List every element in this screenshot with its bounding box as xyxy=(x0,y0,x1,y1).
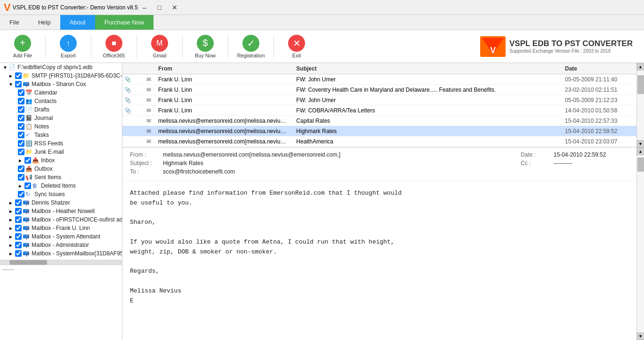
check-sent[interactable] xyxy=(18,174,24,181)
preview-scroll-thumb[interactable] xyxy=(637,158,644,172)
tree-item-deleted[interactable]: ► 🗑 Deleted Items xyxy=(0,182,122,190)
tree-item-sysmailbox[interactable]: ► 📪 Mailbox - SystemMailbox{31D8AF95... xyxy=(0,249,122,258)
tree-item-root[interactable]: ▼ 📄 F:\edbfile\Copy of sbpriv1.edb xyxy=(0,63,122,71)
scroll-track[interactable] xyxy=(637,71,644,140)
email-row[interactable]: 📎 ✉ Frank U. Linn FW: John Umer 05-05-20… xyxy=(122,95,636,105)
email-row[interactable]: 📎 ✉ Frank U. Linn FW: Coventry Health Ca… xyxy=(122,85,636,95)
preview-scrollbar[interactable]: ▲ ▼ xyxy=(636,148,644,340)
tree-item-frank-linn[interactable]: ► 📪 Mailbox - Frank U. Linn xyxy=(0,224,122,232)
buy-now-button[interactable]: $ Buy Now xyxy=(186,32,224,61)
tree-item-notes[interactable]: 📋 Notes xyxy=(0,122,122,131)
check-drafts[interactable] xyxy=(18,106,24,113)
exit-button[interactable]: ✕ Exit xyxy=(278,32,315,61)
email-row[interactable]: ✉ melissa.nevius@emersonreid.com[melissa… xyxy=(122,126,636,136)
check-sysmailbox[interactable] xyxy=(15,250,22,257)
scroll-down-btn[interactable]: ▼ xyxy=(637,140,644,148)
preview-scroll-track[interactable] xyxy=(637,155,644,332)
expand-icon-firstchoice[interactable]: ► xyxy=(8,216,14,223)
expand-icon-inbox[interactable]: ► xyxy=(17,157,24,164)
expand-icon-frank-linn[interactable]: ► xyxy=(8,225,14,231)
email-row[interactable]: 📎 ✉ Frank U. Linn FW: COBRA/ARRA/Tea Let… xyxy=(122,105,636,116)
check-sharon[interactable] xyxy=(15,81,22,87)
subject-cell: Capital Rates xyxy=(292,118,561,124)
tree-item-sent[interactable]: 📢 Sent Items xyxy=(0,173,122,182)
check-frank-linn[interactable] xyxy=(15,225,22,231)
tree-item-sync[interactable]: ↻ Sync Issues xyxy=(0,190,122,198)
office365-button[interactable]: ■ Office365 xyxy=(95,32,133,61)
attach-cell: 📎 xyxy=(122,87,132,93)
expand-icon-sysatt[interactable]: ► xyxy=(8,233,14,240)
preview-scroll-down[interactable]: ▼ xyxy=(637,332,644,340)
check-notes[interactable] xyxy=(18,123,24,130)
tree-item-junk[interactable]: 📁 Junk E-mail xyxy=(0,148,122,156)
export-button[interactable]: ↑ Export xyxy=(49,32,87,61)
tree-item-rss[interactable]: 🔢 RSS Feeds xyxy=(0,139,122,148)
menu-purchase[interactable]: Purchase Now xyxy=(95,15,154,30)
check-admin[interactable] xyxy=(15,242,22,248)
minimize-button[interactable]: – xyxy=(138,3,151,12)
tree-item-firstchoice[interactable]: ► 📪 Mailbox - oFIRSTCHOICE-oufirst ad xyxy=(0,215,122,224)
tree-item-outbox[interactable]: 📤 Outbox xyxy=(0,165,122,173)
check-contacts[interactable] xyxy=(18,98,24,104)
check-junk[interactable] xyxy=(18,149,24,155)
check-sync[interactable] xyxy=(18,191,24,198)
registration-button[interactable]: ✓ Registration xyxy=(232,32,270,61)
type-cell: ✉ xyxy=(143,128,154,134)
tree-item-journal[interactable]: 📓 Journal xyxy=(0,114,122,122)
col-header-from[interactable]: From xyxy=(154,65,292,72)
tree-item-tasks[interactable]: ✓ Tasks xyxy=(0,131,122,139)
expand-icon-admin[interactable]: ► xyxy=(8,242,14,248)
expand-icon-sysmailbox[interactable]: ► xyxy=(8,250,14,257)
preview-scroll-up[interactable]: ▲ xyxy=(637,148,644,155)
horizontal-scrollbar[interactable] xyxy=(0,260,122,265)
check-smtp[interactable] xyxy=(15,72,22,79)
tree-item-system-attendant[interactable]: ► 📪 Mailbox - System Attendant xyxy=(0,232,122,241)
expand-icon-deleted[interactable]: ► xyxy=(17,182,24,189)
col-header-date[interactable]: Date xyxy=(561,65,636,72)
tree-label-dennis: Dennis Shatzer xyxy=(32,199,70,206)
menu-about[interactable]: About xyxy=(60,15,95,30)
tree-item-drafts[interactable]: 📄 Drafts xyxy=(0,105,122,114)
scroll-thumb-horizontal[interactable] xyxy=(9,260,47,265)
check-inbox[interactable] xyxy=(24,157,31,164)
check-rss[interactable] xyxy=(18,140,24,147)
tree-item-heather[interactable]: ► 📪 Mailbox - Heather Nowell xyxy=(0,207,122,215)
tree-item-dennis[interactable]: ► 📪 Dennis Shatzer xyxy=(0,198,122,207)
check-sysatt[interactable] xyxy=(15,233,22,240)
check-tasks[interactable] xyxy=(18,132,24,138)
email-list[interactable]: From Subject Date 📎 ✉ Frank U. Linn FW: … xyxy=(122,63,636,148)
menu-file[interactable]: File xyxy=(0,15,29,30)
expand-icon-sharon[interactable]: ▼ xyxy=(8,81,14,87)
menu-help[interactable]: Help xyxy=(29,15,60,30)
toolbar-separator-4 xyxy=(182,35,183,58)
expand-icon-root[interactable]: ▼ xyxy=(2,64,8,71)
email-list-scrollbar[interactable]: ▲ ▼ xyxy=(636,63,644,148)
left-panel[interactable]: ▼ 📄 F:\edbfile\Copy of sbpriv1.edb ► 📁 S… xyxy=(0,63,122,340)
tree-item-inbox[interactable]: ► 📥 Inbox xyxy=(0,156,122,165)
close-button[interactable]: ✕ xyxy=(168,3,181,12)
gmail-button[interactable]: M Gmail xyxy=(141,32,178,61)
check-firstchoice[interactable] xyxy=(15,216,22,223)
maximize-button[interactable]: □ xyxy=(153,3,166,12)
check-deleted[interactable] xyxy=(24,182,31,189)
expand-icon-dennis[interactable]: ► xyxy=(8,199,14,206)
scroll-thumb-email-list[interactable] xyxy=(637,75,644,94)
expand-icon-heather[interactable]: ► xyxy=(8,208,14,214)
check-journal[interactable] xyxy=(18,115,24,121)
email-row[interactable]: ✉ melissa.nevius@emersonreid.com[melissa… xyxy=(122,116,636,126)
tree-item-calendar[interactable]: 📅 Calendar xyxy=(0,88,122,97)
check-dennis[interactable] xyxy=(15,199,22,206)
scroll-up-btn[interactable]: ▲ xyxy=(637,63,644,71)
tree-item-mailbox-sharon[interactable]: ▼ 📪 Mailbox - Sharon Cox xyxy=(0,80,122,88)
email-row[interactable]: 📎 ✉ Frank U. Linn FW: John Umer 05-05-20… xyxy=(122,74,636,85)
check-heather[interactable] xyxy=(15,208,22,214)
tree-item-admin[interactable]: ► 📪 Mailbox - Administrator xyxy=(0,241,122,249)
expand-icon-smtp[interactable]: ► xyxy=(8,72,14,79)
tree-item-contacts[interactable]: 👥 Contacts xyxy=(0,97,122,105)
email-row[interactable]: ✉ melissa.nevius@emersonreid.com[melissa… xyxy=(122,136,636,147)
check-outbox[interactable] xyxy=(18,166,24,172)
check-calendar[interactable] xyxy=(18,89,24,96)
add-file-button[interactable]: + Add File xyxy=(4,32,41,61)
tree-item-smtp[interactable]: ► 📁 SMTP {FIRST01-{31D8AF95-6D3C-... xyxy=(0,71,122,80)
col-header-subject[interactable]: Subject xyxy=(292,65,561,72)
